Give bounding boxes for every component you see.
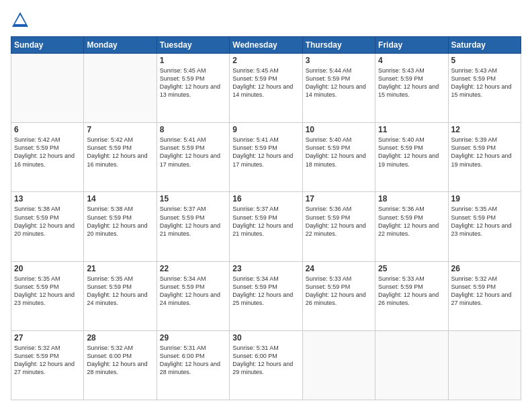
weekday-header: Tuesday [157, 37, 229, 54]
calendar-week-row: 1Sunrise: 5:45 AMSunset: 5:59 PMDaylight… [11, 54, 521, 123]
cell-info: Sunrise: 5:32 AMSunset: 5:59 PMDaylight:… [14, 344, 81, 377]
cell-info: Sunrise: 5:37 AMSunset: 5:59 PMDaylight:… [232, 205, 299, 238]
day-number: 18 [378, 194, 445, 203]
weekday-header: Thursday [302, 37, 375, 54]
cell-info: Sunrise: 5:40 AMSunset: 5:59 PMDaylight:… [306, 136, 372, 169]
calendar-cell: 29Sunrise: 5:31 AMSunset: 6:00 PMDayligh… [157, 330, 229, 400]
calendar-cell: 28Sunrise: 5:32 AMSunset: 6:00 PMDayligh… [84, 330, 157, 400]
calendar-cell: 10Sunrise: 5:40 AMSunset: 5:59 PMDayligh… [302, 123, 375, 192]
day-number: 28 [87, 333, 153, 342]
calendar-cell: 24Sunrise: 5:33 AMSunset: 5:59 PMDayligh… [302, 261, 375, 330]
calendar: SundayMondayTuesdayWednesdayThursdayFrid… [11, 36, 521, 400]
logo-icon [11, 11, 30, 30]
cell-info: Sunrise: 5:42 AMSunset: 5:59 PMDaylight:… [87, 136, 153, 169]
calendar-cell: 4Sunrise: 5:43 AMSunset: 5:59 PMDaylight… [375, 54, 448, 123]
calendar-cell: 11Sunrise: 5:40 AMSunset: 5:59 PMDayligh… [375, 123, 448, 192]
calendar-cell [375, 330, 448, 400]
calendar-cell: 13Sunrise: 5:38 AMSunset: 5:59 PMDayligh… [11, 192, 84, 261]
calendar-cell: 15Sunrise: 5:37 AMSunset: 5:59 PMDayligh… [157, 192, 229, 261]
cell-info: Sunrise: 5:39 AMSunset: 5:59 PMDaylight:… [451, 136, 518, 169]
day-number: 19 [451, 194, 518, 203]
calendar-cell: 26Sunrise: 5:32 AMSunset: 5:59 PMDayligh… [448, 261, 521, 330]
calendar-cell [11, 54, 84, 123]
calendar-cell: 27Sunrise: 5:32 AMSunset: 5:59 PMDayligh… [11, 330, 84, 400]
calendar-cell: 18Sunrise: 5:36 AMSunset: 5:59 PMDayligh… [375, 192, 448, 261]
cell-info: Sunrise: 5:31 AMSunset: 6:00 PMDaylight:… [232, 344, 299, 377]
day-number: 25 [378, 264, 445, 273]
day-number: 14 [87, 194, 153, 203]
calendar-cell: 16Sunrise: 5:37 AMSunset: 5:59 PMDayligh… [230, 192, 302, 261]
day-number: 4 [378, 56, 445, 65]
calendar-week-row: 27Sunrise: 5:32 AMSunset: 5:59 PMDayligh… [11, 330, 521, 400]
cell-info: Sunrise: 5:41 AMSunset: 5:59 PMDaylight:… [232, 136, 299, 169]
weekday-header: Saturday [448, 37, 521, 54]
calendar-cell: 19Sunrise: 5:35 AMSunset: 5:59 PMDayligh… [448, 192, 521, 261]
weekday-header-row: SundayMondayTuesdayWednesdayThursdayFrid… [11, 37, 521, 54]
day-number: 16 [232, 194, 299, 203]
calendar-cell: 20Sunrise: 5:35 AMSunset: 5:59 PMDayligh… [11, 261, 84, 330]
calendar-cell: 21Sunrise: 5:35 AMSunset: 5:59 PMDayligh… [84, 261, 157, 330]
calendar-cell: 25Sunrise: 5:33 AMSunset: 5:59 PMDayligh… [375, 261, 448, 330]
calendar-cell [84, 54, 157, 123]
day-number: 30 [232, 333, 299, 342]
calendar-cell [448, 330, 521, 400]
weekday-header: Friday [375, 37, 448, 54]
calendar-cell: 23Sunrise: 5:34 AMSunset: 5:59 PMDayligh… [230, 261, 302, 330]
day-number: 5 [451, 56, 518, 65]
weekday-header: Wednesday [230, 37, 302, 54]
day-number: 8 [160, 125, 226, 134]
day-number: 11 [378, 125, 445, 134]
day-number: 22 [160, 264, 226, 273]
cell-info: Sunrise: 5:41 AMSunset: 5:59 PMDaylight:… [160, 136, 226, 169]
calendar-week-row: 13Sunrise: 5:38 AMSunset: 5:59 PMDayligh… [11, 192, 521, 261]
day-number: 9 [232, 125, 299, 134]
day-number: 17 [306, 194, 372, 203]
day-number: 20 [14, 264, 81, 273]
calendar-cell: 30Sunrise: 5:31 AMSunset: 6:00 PMDayligh… [230, 330, 302, 400]
day-number: 3 [306, 56, 372, 65]
day-number: 24 [306, 264, 372, 273]
cell-info: Sunrise: 5:35 AMSunset: 5:59 PMDaylight:… [87, 275, 153, 308]
calendar-cell: 14Sunrise: 5:38 AMSunset: 5:59 PMDayligh… [84, 192, 157, 261]
cell-info: Sunrise: 5:32 AMSunset: 6:00 PMDaylight:… [87, 344, 153, 377]
cell-info: Sunrise: 5:43 AMSunset: 5:59 PMDaylight:… [451, 66, 518, 99]
calendar-cell: 1Sunrise: 5:45 AMSunset: 5:59 PMDaylight… [157, 54, 229, 123]
day-number: 1 [160, 56, 226, 65]
header [11, 11, 521, 30]
logo [11, 11, 32, 30]
day-number: 27 [14, 333, 81, 342]
cell-info: Sunrise: 5:35 AMSunset: 5:59 PMDaylight:… [14, 275, 81, 308]
calendar-cell: 3Sunrise: 5:44 AMSunset: 5:59 PMDaylight… [302, 54, 375, 123]
calendar-cell: 17Sunrise: 5:36 AMSunset: 5:59 PMDayligh… [302, 192, 375, 261]
day-number: 26 [451, 264, 518, 273]
day-number: 23 [232, 264, 299, 273]
cell-info: Sunrise: 5:33 AMSunset: 5:59 PMDaylight:… [306, 275, 372, 308]
calendar-cell: 7Sunrise: 5:42 AMSunset: 5:59 PMDaylight… [84, 123, 157, 192]
day-number: 15 [160, 194, 226, 203]
day-number: 7 [87, 125, 153, 134]
day-number: 13 [14, 194, 81, 203]
cell-info: Sunrise: 5:38 AMSunset: 5:59 PMDaylight:… [14, 205, 81, 238]
calendar-week-row: 20Sunrise: 5:35 AMSunset: 5:59 PMDayligh… [11, 261, 521, 330]
day-number: 12 [451, 125, 518, 134]
cell-info: Sunrise: 5:37 AMSunset: 5:59 PMDaylight:… [160, 205, 226, 238]
cell-info: Sunrise: 5:43 AMSunset: 5:59 PMDaylight:… [378, 66, 445, 99]
cell-info: Sunrise: 5:42 AMSunset: 5:59 PMDaylight:… [14, 136, 81, 169]
cell-info: Sunrise: 5:33 AMSunset: 5:59 PMDaylight:… [378, 275, 445, 308]
cell-info: Sunrise: 5:34 AMSunset: 5:59 PMDaylight:… [160, 275, 226, 308]
cell-info: Sunrise: 5:45 AMSunset: 5:59 PMDaylight:… [160, 66, 226, 99]
cell-info: Sunrise: 5:40 AMSunset: 5:59 PMDaylight:… [378, 136, 445, 169]
weekday-header: Monday [84, 37, 157, 54]
weekday-header: Sunday [11, 37, 84, 54]
calendar-cell: 12Sunrise: 5:39 AMSunset: 5:59 PMDayligh… [448, 123, 521, 192]
calendar-cell: 5Sunrise: 5:43 AMSunset: 5:59 PMDaylight… [448, 54, 521, 123]
cell-info: Sunrise: 5:31 AMSunset: 6:00 PMDaylight:… [160, 344, 226, 377]
day-number: 2 [232, 56, 299, 65]
cell-info: Sunrise: 5:38 AMSunset: 5:59 PMDaylight:… [87, 205, 153, 238]
cell-info: Sunrise: 5:35 AMSunset: 5:59 PMDaylight:… [451, 205, 518, 238]
day-number: 10 [306, 125, 372, 134]
day-number: 6 [14, 125, 81, 134]
calendar-week-row: 6Sunrise: 5:42 AMSunset: 5:59 PMDaylight… [11, 123, 521, 192]
page: SundayMondayTuesdayWednesdayThursdayFrid… [0, 0, 532, 411]
cell-info: Sunrise: 5:36 AMSunset: 5:59 PMDaylight:… [306, 205, 372, 238]
